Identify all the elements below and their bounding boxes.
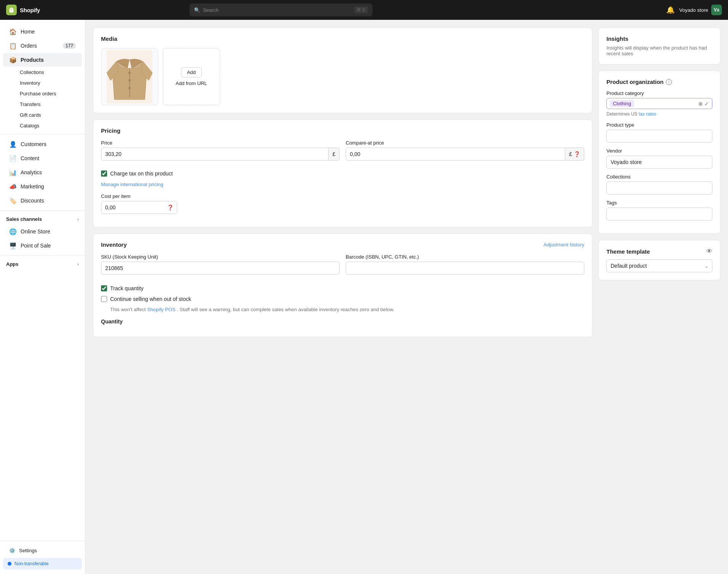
discounts-icon: 🏷️ (9, 197, 17, 204)
price-input-wrapper: £ (101, 148, 340, 161)
track-qty-row: Track quantity (101, 285, 584, 291)
product-type-label: Product type (606, 122, 712, 128)
non-transferable-label: Non-transferable (14, 561, 48, 566)
apps-chevron-icon[interactable]: › (77, 262, 79, 267)
sales-channels-chevron-icon[interactable]: › (77, 217, 79, 222)
category-edit-icon[interactable]: ✓ (704, 101, 709, 107)
search-shortcut: ⌘ K (354, 6, 367, 13)
coat-image (107, 50, 152, 103)
sidebar-divider-2 (0, 211, 85, 211)
theme-template-select[interactable]: Default product (606, 259, 712, 272)
sidebar-subitem-transfers[interactable]: Transfers (3, 99, 82, 109)
product-type-input[interactable] (606, 130, 712, 143)
home-icon: 🏠 (9, 28, 17, 35)
charge-tax-row: Charge tax on this product (101, 170, 584, 177)
adjustment-history-link[interactable]: Adjustment history (544, 242, 584, 248)
sku-label: SKU (Stock Keeping Unit) (101, 254, 340, 260)
price-currency: £ (329, 148, 340, 161)
sidebar-item-analytics[interactable]: 📊 Analytics (3, 166, 82, 179)
theme-template-title: Theme template (606, 248, 650, 255)
bell-icon[interactable]: 🔔 (666, 6, 675, 14)
price-label: Price (101, 140, 340, 146)
sidebar-item-online-store[interactable]: 🌐 Online Store (3, 225, 82, 238)
sidebar-item-label: Home (21, 29, 35, 35)
sidebar-item-orders[interactable]: 📋 Orders 177 (3, 39, 82, 53)
media-title: Media (101, 35, 584, 42)
cost-input-wrapper: ❓ (101, 201, 177, 214)
marketing-icon: 📣 (9, 183, 17, 190)
search-placeholder: Search (203, 7, 219, 13)
store-selector[interactable]: Voyado store Vs (679, 5, 722, 15)
search-icon: 🔍 (194, 7, 200, 13)
theme-template-card: Theme template 👁 Default product (598, 240, 720, 280)
non-transferable-banner[interactable]: Non-transferable (3, 558, 82, 569)
sidebar-item-label: Content (21, 155, 39, 161)
media-image-item[interactable] (101, 48, 158, 105)
charge-tax-checkbox[interactable] (101, 170, 107, 177)
sidebar-subitem-collections[interactable]: Collections (3, 67, 82, 77)
compare-price-input[interactable] (346, 148, 565, 161)
sidebar-item-label: Orders (21, 43, 37, 49)
insights-card: Insights Insights will display when the … (598, 27, 720, 64)
sidebar-bottom: ⚙️ Settings Non-transferable (0, 541, 85, 574)
collections-label: Collections (606, 174, 712, 180)
vendor-input[interactable] (606, 156, 712, 169)
products-icon: 📦 (9, 56, 17, 64)
pricing-title: Pricing (101, 127, 584, 134)
sku-input[interactable] (101, 262, 340, 275)
vendor-group: Vendor (606, 148, 712, 169)
manage-intl-pricing-link[interactable]: Manage international pricing (101, 182, 163, 187)
product-type-group: Product type (606, 122, 712, 143)
shopify-bag-icon (6, 5, 17, 15)
sidebar-item-label: Marketing (21, 183, 44, 190)
info-icon[interactable]: i (666, 79, 672, 85)
sidebar-subitem-inventory[interactable]: Inventory (3, 78, 82, 88)
category-tag: Clothing (610, 100, 634, 107)
sidebar-item-content[interactable]: 📄 Content (3, 151, 82, 165)
continue-selling-label: Continue selling when out of stock (110, 296, 191, 302)
cost-input[interactable] (101, 201, 177, 214)
sidebar-item-discounts[interactable]: 🏷️ Discounts (3, 194, 82, 207)
search-bar[interactable]: 🔍 Search ⌘ K (189, 3, 372, 16)
charge-tax-label: Charge tax on this product (110, 170, 173, 177)
add-from-url-label[interactable]: Add from URL (176, 80, 207, 86)
price-input[interactable] (101, 148, 329, 161)
category-field[interactable]: Clothing ⊗ ✓ (606, 98, 712, 109)
sidebar-item-settings[interactable]: ⚙️ Settings (3, 545, 82, 556)
category-group: Product category Clothing ⊗ ✓ Determines… (606, 90, 712, 117)
sidebar-item-customers[interactable]: 👤 Customers (3, 137, 82, 151)
eye-icon[interactable]: 👁 (706, 248, 712, 255)
avatar: Vs (711, 5, 722, 15)
org-title: Product organization (606, 79, 664, 85)
inventory-title: Inventory (101, 241, 127, 248)
media-add-box[interactable]: Add Add from URL (163, 48, 220, 105)
help-icon: ❓ (574, 151, 580, 157)
continue-selling-checkbox[interactable] (101, 296, 107, 302)
shopify-pos-link[interactable]: Shopify POS (147, 307, 175, 312)
settings-label: Settings (19, 548, 37, 553)
topbar-right: 🔔 Voyado store Vs (666, 5, 722, 15)
compare-currency: £ ❓ (565, 148, 584, 161)
sidebar-subitem-catalogs[interactable]: Catalogs (3, 121, 82, 131)
sidebar-item-point-of-sale[interactable]: 🖥️ Point of Sale (3, 239, 82, 252)
catalogs-label: Catalogs (20, 123, 39, 129)
collections-input[interactable] (606, 182, 712, 195)
sidebar-item-marketing[interactable]: 📣 Marketing (3, 180, 82, 193)
sidebar-subitem-purchase-orders[interactable]: Purchase orders (3, 88, 82, 99)
sku-group: SKU (Stock Keeping Unit) (101, 254, 340, 275)
track-qty-checkbox[interactable] (101, 285, 107, 291)
barcode-input[interactable] (346, 262, 584, 275)
sidebar-item-products[interactable]: 📦 Products (3, 53, 82, 67)
sidebar-subitem-gift-cards[interactable]: Gift cards (3, 110, 82, 120)
sidebar-item-home[interactable]: 🏠 Home (3, 25, 82, 39)
category-clear-icon[interactable]: ⊗ (698, 101, 703, 107)
insights-title: Insights (606, 35, 712, 42)
sidebar-divider-1 (0, 134, 85, 134)
sidebar: 🏠 Home 📋 Orders 177 📦 Products Collectio… (0, 20, 85, 574)
tax-rates-link[interactable]: tax rates (639, 111, 656, 117)
add-media-button[interactable]: Add (181, 67, 201, 77)
product-org-card: Product organization i Product category … (598, 71, 720, 234)
compare-price-group: Compare-at price £ ❓ (346, 140, 584, 161)
tags-input[interactable] (606, 207, 712, 220)
cost-label: Cost per item (101, 193, 584, 199)
